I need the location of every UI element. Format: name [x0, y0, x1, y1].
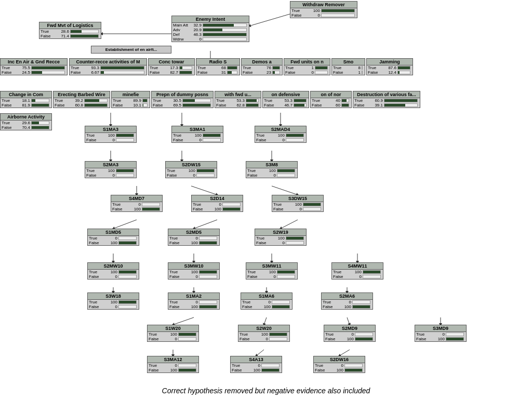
node-title-s3ma1: S3MA1 [172, 126, 223, 133]
svg-line-11 [272, 186, 298, 195]
node-s1ma2: S1MA2 True 0 False 100 [168, 292, 220, 310]
node-s2md5: S2MD5 True 0 False 100 [168, 229, 220, 246]
node-smo: Smo True 8 False 1 [331, 58, 365, 75]
node-fwd_units: Fwd units on n True 1 False 0 [284, 58, 330, 75]
node-title-s2md5: S2MD5 [168, 229, 219, 236]
node-title-fwd_mvt: Fwd Mvt of Logistics [39, 22, 101, 29]
node-conc_toward: Conc towar True 17.3 False 82.7 [148, 58, 195, 75]
node-title-s4a13: S4A13 [231, 356, 282, 363]
node-s3ma1: S3MA1 True 100 False 0 [171, 126, 223, 143]
node-title-s2mw10: S2MW10 [88, 263, 139, 270]
node-s2w20: S2W20 True 100 False 0 [238, 325, 290, 342]
node-s2dw15: S2DW15 True 100 False 0 [165, 161, 217, 178]
node-minefield: minefie True 89.9 False 10.1 [111, 91, 150, 108]
node-s1w20: S1W20 True 100 False 0 [147, 325, 199, 342]
node-title-s2d14: S2D14 [192, 195, 243, 202]
node-s2mw10: S2MW10 True 100 False 0 [87, 262, 139, 280]
node-title-s3md9: S3MD9 [415, 325, 466, 332]
node-title-s1ma2: S1MA2 [168, 293, 219, 300]
node-title-jamming: Jamming [367, 59, 413, 65]
node-s3ma12: S3MA12 True 0 False 100 [147, 356, 199, 373]
node-s3w18: S3W18 True 100 False 0 [87, 292, 139, 310]
node-with_fwd: with fwd u... True 53.3 False 62.8 [215, 91, 261, 108]
node-title-s3mw11: S3MW11 [246, 263, 297, 270]
node-s1md5: S1MD5 True 0 False 100 [87, 229, 139, 246]
node-title-smo: Smo [332, 59, 365, 65]
node-title-airborne: Airborne Activity [1, 114, 51, 121]
node-title-inc_en_air: Inc En Air & Gnd Recce [1, 59, 67, 65]
node-s3md9: S3MD9 True 0 False 100 [415, 325, 467, 342]
node-inc_en_air: Inc En Air & Gnd Recce True 75.5 False 2… [0, 58, 68, 75]
node-title-s3mw10: S3MW10 [168, 263, 219, 270]
node-s1ma3: S1MA3 True 100 False 0 [85, 126, 137, 143]
node-title-s1ma6: S1MA6 [241, 293, 292, 300]
svg-line-12 [113, 220, 137, 229]
node-title-s1w20: S1W20 [148, 325, 198, 332]
node-title-s2ma6: S2MA6 [322, 293, 373, 300]
node-title-minefield: minefie [112, 91, 150, 98]
node-s2w19: S2W19 True 100 False 0 [255, 229, 307, 246]
node-title-s3m8: S3M8 [246, 162, 297, 168]
node-title-conc_toward: Conc towar [149, 59, 194, 65]
node-radio_s: Radio S True 68 False 31 [196, 58, 240, 75]
caption: Correct hypothesis removed but negative … [0, 384, 532, 397]
node-demos_a: Demos a True 76 False 23 [241, 58, 283, 75]
node-title-s2ma3: S2MA3 [85, 162, 136, 168]
node-s3m8: S3M8 True 100 False 0 [246, 161, 298, 178]
node-s2ma3: S2MA3 True 100 False 0 [85, 161, 137, 178]
node-title-s2md9: S2MD9 [324, 325, 375, 332]
svg-line-14 [281, 220, 298, 229]
svg-line-28 [256, 350, 264, 356]
node-title-counter_recce: Counter-recce activities of M [70, 59, 147, 65]
node-s2mad4: S2MAD4 True 100 False 0 [255, 126, 307, 143]
node-title-s1ma3: S1MA3 [85, 126, 136, 133]
node-title-s1md5: S1MD5 [88, 229, 139, 236]
node-title-s2mad4: S2MAD4 [255, 126, 306, 133]
node-s2ma6: S2MA6 True 0 False 100 [321, 292, 373, 310]
node-title-withdraw_remover: Withdraw Remover [290, 2, 357, 8]
node-title-s2dw15: S2DW15 [166, 162, 217, 168]
node-change_in_com: Change in Com True 18.1 False 81.9 [0, 91, 52, 108]
node-title-s2w19: S2W19 [255, 229, 306, 236]
node-s4a13: S4A13 True 0 False 100 [230, 356, 282, 373]
node-title-demos_a: Demos a [242, 59, 282, 65]
node-title-radio_s: Radio S [196, 59, 240, 65]
node-jamming: Jamming True 87.6 False 12.4 [366, 58, 413, 75]
svg-line-24 [264, 317, 267, 325]
node-s1ma6: S1MA6 True 0 False 100 [241, 292, 292, 310]
node-title-s4md7: S4MD7 [111, 195, 162, 202]
node-s4mw11: S4MW11 True 100 False 0 [331, 262, 383, 280]
node-title-fwd_units: Fwd units on n [284, 59, 330, 65]
node-destruction: Destruction of various fa... True 60.9 F… [353, 91, 420, 108]
node-establishment: Establishment of en airfi... [91, 46, 171, 54]
node-s2md9: S2MD9 True 0 False 100 [324, 325, 376, 342]
node-s2dw16: S2DW16 True 0 False 100 [313, 356, 365, 373]
node-title-prepn_dummy: Prepn of dummy posns [152, 91, 213, 98]
node-title-with_fwd: with fwd u... [215, 91, 261, 98]
node-title-s3dw15: S3DW15 [272, 195, 323, 202]
node-withdraw_remover: Withdraw Remover True 100 False 0 [290, 1, 357, 18]
node-airborne: Airborne Activity True 29.6 False 70.4 [0, 113, 52, 130]
node-on_of_nor: on of nor True 40 False 60 [310, 91, 352, 108]
svg-line-25 [347, 317, 350, 325]
svg-line-23 [173, 317, 194, 325]
node-s2d14: S2D14 True 0 False 100 [191, 195, 243, 212]
diagram-canvas: Withdraw Remover True 100 False 0 Enemy … [0, 0, 532, 384]
node-counter_recce: Counter-recce activities of M True 93.3 … [69, 58, 147, 75]
node-s3mw11: S3MW11 True 100 False 0 [246, 262, 298, 280]
node-title-s3ma12: S3MA12 [148, 356, 198, 363]
node-prepn_dummy: Prepn of dummy posns True 30.5 False 69.… [151, 91, 214, 108]
node-s3mw10: S3MW10 True 100 False 0 [168, 262, 220, 280]
node-title-change_in_com: Change in Com [1, 91, 51, 98]
node-title-erecting_barbed: Erecting Barbed Wire [54, 91, 110, 98]
svg-line-29 [339, 350, 350, 356]
svg-line-10 [191, 186, 217, 195]
node-title-enemy_intent: Enemy Intent [172, 16, 249, 23]
node-title-s4mw11: S4MW11 [332, 263, 383, 270]
node-title-s3w18: S3W18 [88, 293, 139, 300]
node-enemy_intent: Enemy Intent Main Att 32.9 Adv 20.9 Def … [171, 16, 249, 42]
node-s4md7: S4MD7 True 0 False 100 [111, 195, 163, 212]
node-fwd_mvt: Fwd Mvt of Logistics True 28.6 False 71.… [39, 22, 101, 39]
svg-line-13 [194, 220, 217, 229]
node-s3dw15: S3DW15 True 100 False 0 [272, 195, 324, 212]
